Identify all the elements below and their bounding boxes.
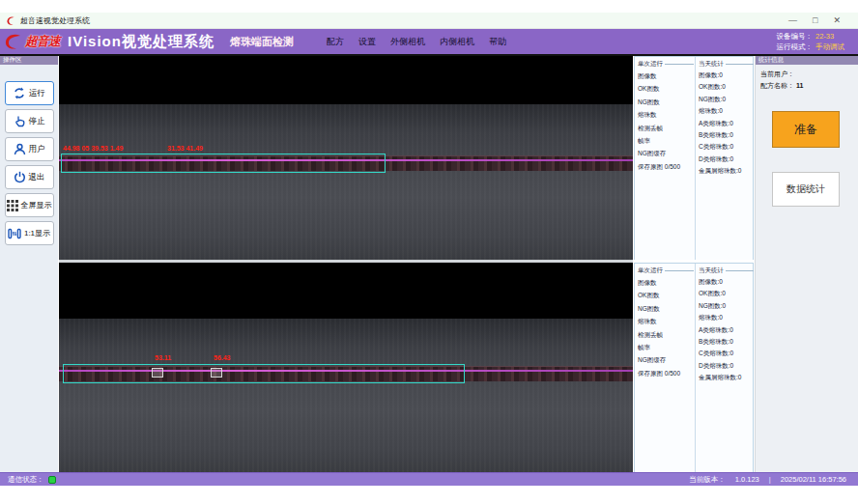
stat-row: NG图缓存 [638, 147, 694, 159]
app-title: IVision视觉处理系统 [68, 33, 214, 51]
current-user-label: 当前用户： [760, 69, 794, 80]
sync-icon [13, 87, 26, 99]
menu-bar: 配方设置外侧相机内侧相机帮助 [327, 36, 506, 48]
menu-item[interactable]: 内侧相机 [440, 36, 474, 48]
stat-row: 检测丢帧 [638, 122, 694, 134]
user-button[interactable]: 用户 [5, 137, 54, 161]
stat-row: NG图数:0 [699, 94, 754, 105]
comm-status-indicator [48, 476, 56, 484]
single-run-rows: 图像数OK图数NG图数熔珠数检测丢帧帧率NG图缓存保存原图 0/500 [638, 276, 694, 379]
brand-name: 超音速 [25, 33, 60, 50]
stat-row: 检测丢帧 [638, 328, 694, 341]
run-button[interactable]: 运行 [5, 81, 54, 105]
stat-row: 图像数:0 [699, 276, 754, 288]
measurement-annotation: 31.53 41.49 [167, 145, 203, 152]
fullscreen-button[interactable]: 全屏显示 [5, 193, 54, 217]
one-to-one-icon [8, 228, 21, 239]
device-info: 设备编号： 22-33 运行模式： 手动调试 [777, 31, 858, 52]
stat-row: B类熔珠数:0 [699, 129, 754, 141]
sidebar-item-label: 用户 [29, 144, 45, 155]
datetime: 2025/02/11 16:57:56 [781, 475, 846, 484]
run-mode-value: 手动调试 [815, 42, 848, 52]
measurement-annotation: 44.98 05 39.53 1.49 [63, 145, 123, 152]
sidebar-buttons: 运行 停止 用户 退出 [0, 65, 58, 245]
camera-image [59, 319, 633, 472]
stat-row: 图像数 [638, 70, 694, 82]
stat-row: OK图数 [638, 289, 694, 301]
stat-row: C类熔珠数:0 [699, 141, 754, 153]
maximize-button[interactable]: □ [813, 15, 817, 25]
feature-box [211, 368, 222, 378]
window-title: 超音速视觉处理系统 [20, 15, 90, 26]
run-mode-label: 运行模式： [777, 42, 814, 52]
app-logo-icon [6, 15, 16, 26]
daily-stats-header: 当天统计 [699, 59, 754, 70]
device-number-value: 22-33 [815, 31, 848, 42]
close-button[interactable]: ✕ [833, 15, 841, 25]
stats-panel-bottom: 单次运行 图像数OK图数NG图数熔珠数检测丢帧帧率NG图缓存保存原图 0/500… [634, 263, 754, 472]
camera-view-outer[interactable]: 44.98 05 39.53 1.49 31.53 41.49 [59, 56, 633, 260]
comm-status-label: 通信状态： [8, 475, 44, 485]
stat-row: NG图数:0 [699, 300, 754, 312]
stat-row: 金属屑熔珠数:0 [699, 165, 754, 177]
sidebar-item-label: 1:1显示 [24, 228, 50, 238]
feature-box [152, 368, 163, 378]
operation-sidebar: 操作区 运行 停止 用户 [0, 56, 58, 472]
prepare-button[interactable]: 准备 [772, 111, 840, 148]
sidebar-item-label: 运行 [29, 88, 45, 99]
power-icon [14, 171, 26, 183]
sidebar-item-label: 全屏显示 [21, 200, 52, 210]
daily-stats-rows: 图像数:0OK图数:0NG图数:0熔珠数:0A类熔珠数:0B类熔珠数:0C类熔珠… [699, 70, 754, 178]
titlebar: 超音速视觉处理系统 — □ ✕ [0, 13, 858, 29]
daily-stats-header: 当天统计 [699, 266, 754, 276]
stat-row: 图像数 [638, 276, 694, 289]
stat-row: 保存原图 0/500 [638, 160, 694, 173]
app-header: 超音速 IVision视觉处理系统 熔珠端面检测 配方设置外侧相机内侧相机帮助 … [0, 29, 858, 56]
camera-view-inner[interactable]: 53.11 56.43 [59, 263, 633, 472]
single-run-header: 单次运行 [638, 59, 694, 70]
data-statistics-button[interactable]: 数据统计 [772, 172, 840, 207]
roi-rectangle [63, 364, 465, 383]
stat-row: NG图数 [638, 302, 694, 315]
stat-row: A类熔珠数:0 [699, 118, 754, 129]
daily-stats-rows: 图像数:0OK图数:0NG图数:0熔珠数:0A类熔珠数:0B类熔珠数:0C类熔珠… [699, 276, 754, 384]
app-window: 超音速视觉处理系统 — □ ✕ 超音速 IVision视觉处理系统 熔珠端面检测… [0, 0, 858, 504]
grid-icon [7, 200, 18, 211]
window-controls: — □ ✕ [788, 15, 852, 25]
ratio-display-button[interactable]: 1:1显示 [5, 221, 54, 245]
brand-logo-icon [4, 33, 23, 50]
roi-rectangle [61, 154, 386, 173]
exit-button[interactable]: 退出 [5, 165, 54, 189]
sidebar-item-label: 退出 [29, 172, 45, 183]
stat-row: C类熔珠数:0 [699, 348, 754, 359]
stat-row: 熔珠数:0 [699, 312, 754, 323]
recipe-name-value: 11 [796, 80, 803, 92]
minimize-button[interactable]: — [788, 15, 797, 25]
stat-row: A类熔珠数:0 [699, 324, 754, 336]
stat-row: NG图数 [638, 96, 694, 108]
info-panel-title: 统计信息 [756, 56, 858, 65]
stat-row: B类熔珠数:0 [699, 336, 754, 348]
version-value: 1.0.123 [735, 475, 759, 484]
recipe-name-label: 配方名称： [760, 80, 794, 92]
hand-icon [14, 115, 26, 127]
menu-item[interactable]: 外侧相机 [390, 36, 425, 48]
menu-item[interactable]: 配方 [327, 36, 344, 48]
stop-button[interactable]: 停止 [5, 109, 54, 133]
menu-item[interactable]: 帮助 [489, 36, 506, 48]
column-divider [695, 57, 696, 260]
separator: | [769, 475, 771, 484]
info-panel: 统计信息 当前用户： 配方名称： 11 准备 数据统计 [755, 56, 858, 472]
sidebar-title: 操作区 [0, 56, 58, 65]
column-divider [695, 264, 696, 472]
stat-row: OK图数:0 [699, 288, 754, 299]
stat-row: 图像数:0 [699, 70, 754, 81]
stat-row: 保存原图 0/500 [638, 367, 694, 379]
stat-row: OK图数 [638, 82, 694, 95]
status-bar: 通信状态： 当前版本： 1.0.123 | 2025/02/11 16:57:5… [0, 472, 858, 486]
app-subtitle: 熔珠端面检测 [230, 35, 294, 49]
single-run-header: 单次运行 [638, 266, 694, 276]
stat-row: 帧率 [638, 341, 694, 353]
version-label: 当前版本： [689, 475, 726, 485]
menu-item[interactable]: 设置 [358, 36, 376, 48]
